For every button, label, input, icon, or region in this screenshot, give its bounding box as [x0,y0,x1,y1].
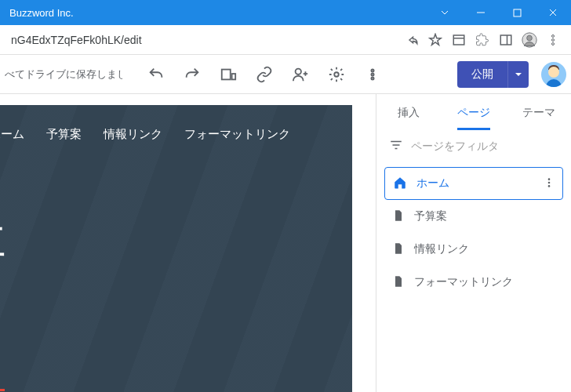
address-bar: nG4EdxTZqFeFk0hLK/edit [0,25,571,55]
settings-button[interactable] [318,59,355,90]
site-nav-item[interactable]: 予算案 [46,127,82,142]
svg-point-15 [548,178,551,180]
chevron-down-icon[interactable] [427,0,463,25]
svg-point-6 [552,38,555,41]
svg-point-14 [372,77,374,79]
star-icon[interactable] [424,28,447,52]
site-nav-item[interactable]: フォーマットリンク [184,127,290,142]
close-button[interactable] [535,0,571,25]
svg-rect-2 [500,35,511,45]
app-toolbar: べてドライブに保存しました 公開 [0,55,571,94]
share-icon[interactable] [400,28,424,52]
undo-button[interactable] [138,59,174,90]
indicator [0,389,5,391]
extensions-icon[interactable] [471,28,494,52]
page-item[interactable]: 情報リンク [384,233,563,266]
publish-button[interactable]: 公開 [457,61,507,88]
svg-point-7 [552,42,555,45]
site-canvas[interactable]: ホーム 予算案 情報リンク フォーマットリンク 要 [0,94,376,392]
panel-tabs: 挿入 ページ テーマ [376,94,571,132]
svg-point-13 [372,73,374,75]
site-nav-item[interactable]: 情報リンク [104,127,162,142]
file-icon [392,209,405,225]
page-item-label: 情報リンク [414,242,469,256]
page-item-label: 予算案 [414,209,447,223]
hero-text[interactable]: 要 [0,215,8,286]
svg-rect-9 [232,74,236,79]
svg-point-16 [548,181,551,183]
add-person-button[interactable] [282,59,318,90]
svg-point-11 [334,72,339,77]
svg-rect-0 [514,9,521,16]
page-item-home[interactable]: ホーム [384,167,563,200]
publish-dropdown[interactable] [507,61,529,88]
file-icon [392,274,405,291]
filter-row[interactable]: ページをフィルタ [376,132,571,167]
svg-point-5 [552,34,555,37]
page-item[interactable]: フォーマットリンク [384,266,563,299]
page-item[interactable]: 予算案 [384,200,563,233]
menu-icon[interactable] [541,28,565,52]
svg-point-12 [372,69,374,71]
home-icon [393,176,407,192]
site-nav-item[interactable]: ホーム [0,127,24,142]
page-item-more[interactable] [544,177,555,191]
tab-insert[interactable]: 挿入 [376,94,442,132]
file-icon [392,241,405,258]
minimize-button[interactable] [463,0,499,25]
window-title: Buzzword Inc. [0,7,427,19]
svg-rect-1 [453,35,464,45]
save-status: べてドライブに保存しました [5,67,122,82]
profile-icon[interactable] [518,28,541,52]
filter-placeholder: ページをフィルタ [411,140,499,154]
sidepanel-icon[interactable] [494,28,518,52]
user-avatar[interactable] [541,62,566,87]
redo-button[interactable] [174,59,210,90]
svg-point-17 [548,185,551,187]
window-titlebar: Buzzword Inc. [0,0,571,25]
panel-icon[interactable] [447,28,471,52]
svg-rect-8 [222,69,231,79]
page-list: ホーム 予算案 情報リンク フォーマットリンク [376,167,571,299]
tab-pages[interactable]: ページ [442,94,507,132]
svg-point-10 [296,68,301,74]
link-button[interactable] [246,59,282,90]
maximize-button[interactable] [499,0,535,25]
preview-button[interactable] [210,59,246,90]
page-item-label: フォーマットリンク [414,275,513,289]
url-text[interactable]: nG4EdxTZqFeFk0hLK/edit [6,34,400,46]
filter-icon [389,138,403,154]
tab-theme[interactable]: テーマ [506,94,571,132]
more-button[interactable] [355,59,391,90]
svg-point-4 [527,35,533,41]
side-panel: 挿入 ページ テーマ ページをフィルタ ホーム 予算案 情報リンク [376,94,571,392]
site-nav: ホーム 予算案 情報リンク フォーマットリンク [0,127,352,142]
page-item-label: ホーム [416,176,449,191]
